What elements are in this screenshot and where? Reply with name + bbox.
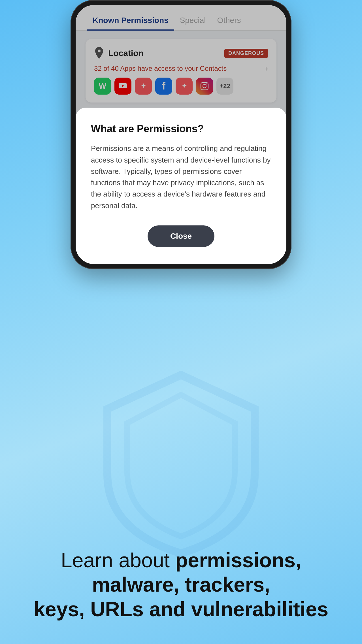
dialog-title: What are Permissions? xyxy=(91,123,271,135)
bottom-text-area: Learn about permissions, malware, tracke… xyxy=(0,548,362,621)
screen-content: Known Permissions Special Others xyxy=(76,5,286,264)
dialog-body: Permissions are a means of controlling a… xyxy=(91,143,271,211)
bottom-headline: Learn about permissions, malware, tracke… xyxy=(17,548,345,621)
headline-keys: keys, URLs and vulnerabilities xyxy=(34,598,328,620)
headline-learn: Learn about xyxy=(61,549,175,572)
headline-malware: malware, trackers, xyxy=(92,573,270,596)
permissions-dialog: What are Permissions? Permissions are a … xyxy=(76,108,286,264)
headline-permissions: permissions, xyxy=(175,549,301,572)
phone-frame: Known Permissions Special Others xyxy=(71,0,291,269)
close-button[interactable]: Close xyxy=(148,225,214,247)
phone-screen: Known Permissions Special Others xyxy=(76,5,286,264)
dialog-overlay: What are Permissions? Permissions are a … xyxy=(76,5,286,264)
shield-watermark-bg xyxy=(93,366,269,559)
phone-device: Known Permissions Special Others xyxy=(71,0,291,269)
